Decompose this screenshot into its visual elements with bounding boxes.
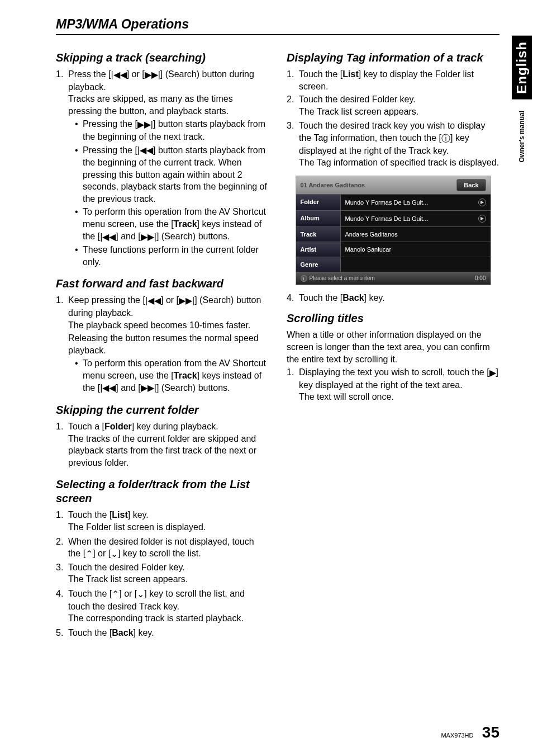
info-icon: ⓘ — [441, 133, 450, 145]
scroll-down-icon: ⌄ — [111, 548, 118, 560]
model-number: MAX973HD — [441, 732, 473, 739]
next-track-icon: ▶▶| — [179, 295, 194, 307]
scroll-right-icon[interactable]: ▶ — [478, 199, 486, 206]
text: The Folder list screen is displayed. — [68, 521, 269, 533]
side-tabs: English Owner's manual — [511, 36, 533, 173]
text: ] and [ — [116, 231, 140, 241]
heading-skip-folder: Skipping the current folder — [56, 403, 269, 417]
text: Keep pressing the [ — [68, 295, 145, 305]
text: The corresponding track is started playb… — [68, 612, 269, 625]
track-key: Track — [174, 371, 197, 380]
left-column: Skipping a track (searching) 1. Press th… — [56, 43, 269, 640]
heading-skipping-track: Skipping a track (searching) — [56, 51, 269, 65]
next-track-icon: ▶▶| — [145, 69, 160, 81]
step-number: 4. — [287, 292, 299, 304]
tag-ui-footer-text: Please select a menu item — [310, 275, 375, 281]
step-number: 3. — [56, 561, 68, 587]
text: Displaying the text you wish to scroll, … — [299, 367, 489, 377]
tag-ui-back-button[interactable]: Back — [456, 179, 486, 191]
text: Touch a [ — [68, 422, 104, 431]
track-key: Track — [174, 219, 197, 229]
scroll-up-icon: ⌃ — [112, 588, 119, 601]
text: ] key during playback. — [132, 422, 218, 431]
text: Touch the [ — [68, 589, 112, 598]
scroll-right-icon: ▶ — [489, 367, 496, 379]
text: The text will scroll once. — [299, 391, 499, 403]
tag-ui-title: 01 Andares Gaditanos — [301, 182, 365, 188]
prev-track-icon: |◀◀ — [100, 231, 116, 243]
step-body: Touch the [Back] key. — [68, 627, 269, 639]
text: Pressing the [ — [83, 119, 137, 129]
text: Touch the [ — [299, 293, 342, 303]
text: The tracks of the current folder are ski… — [68, 433, 269, 469]
text: The playback speed becomes 10-times fast… — [68, 319, 269, 332]
text: Press the [ — [68, 69, 111, 79]
text: Touch the desired Folder key. — [68, 563, 185, 572]
bullet-body: To perform this operation from the AV Sh… — [83, 206, 269, 243]
prev-track-icon: |◀◀ — [145, 295, 161, 307]
scroll-up-icon: ⌃ — [85, 548, 93, 560]
back-key: Back — [112, 628, 133, 637]
page-number: 35 — [482, 724, 499, 741]
tag-ui-label: Track — [296, 227, 341, 242]
text: Pressing the [ — [83, 145, 137, 155]
info-icon: i — [301, 275, 307, 282]
text: ] (Search) buttons. — [156, 383, 230, 393]
step-number: 1. — [287, 68, 299, 92]
step-number: 4. — [56, 588, 68, 626]
bullet-body: Pressing the [▶▶|] button starts playbac… — [83, 118, 269, 143]
step-body: Touch the [⌃] or [⌄] key to scroll the l… — [68, 588, 269, 626]
step-body: Press the [|◀◀] or [▶▶|] (Search) button… — [68, 68, 269, 269]
text: ] (Search) buttons. — [156, 231, 230, 241]
folder-key: Folder — [104, 422, 132, 431]
owners-manual-tab: Owner's manual — [516, 105, 528, 168]
step-body: Touch the [List] key to display the Fold… — [299, 68, 499, 92]
bullet-body: To perform this operation from the AV Sh… — [83, 357, 269, 394]
tag-ui-label: Folder — [296, 195, 341, 210]
step-number: 1. — [56, 509, 68, 534]
tag-info-screenshot: 01 Andares Gaditanos Back FolderMundo Y … — [296, 176, 491, 285]
text: Touch the desired Folder key. — [299, 94, 416, 104]
text: Touch the [ — [299, 69, 342, 79]
text: ] or [ — [119, 589, 137, 598]
text: Touch the [ — [68, 510, 112, 519]
tag-ui-value: Mundo Y Formas De La Guit...▶ — [341, 195, 491, 210]
list-key: List — [342, 69, 358, 79]
text: ] key to scroll the list. — [118, 549, 201, 558]
text: ] or [ — [93, 549, 111, 558]
step-number: 1. — [56, 420, 68, 470]
step-body: Displaying the text you wish to scroll, … — [299, 366, 499, 404]
text: ] or [ — [127, 69, 145, 79]
tag-ui-value: Manolo Sanlucar — [341, 242, 491, 257]
text: Tracks are skipped, as many as the times… — [68, 93, 269, 117]
step-body: Touch the [List] key. The Folder list sc… — [68, 509, 269, 534]
step-number: 3. — [287, 120, 299, 169]
text: The Track list screen appears. — [299, 106, 499, 118]
next-track-icon: ▶▶| — [141, 382, 156, 394]
tag-ui-value: Andares Gaditanos — [341, 227, 491, 242]
step-body: Touch the desired track key you wish to … — [299, 120, 499, 169]
bullet-dot: • — [75, 118, 83, 143]
tag-ui-value — [341, 257, 491, 272]
text: The Tag information of specified track i… — [299, 157, 499, 169]
bullet-dot: • — [75, 206, 83, 243]
heading-fast-forward: Fast forward and fast backward — [56, 277, 269, 291]
next-track-icon: ▶▶| — [141, 231, 156, 243]
scroll-right-icon[interactable]: ▶ — [478, 215, 486, 223]
step-number: 2. — [287, 93, 299, 119]
text: The Track list screen appears. — [68, 573, 269, 585]
prev-track-icon: |◀◀ — [111, 69, 126, 81]
tag-ui-label: Artist — [296, 242, 341, 257]
tag-ui-label: Genre — [296, 257, 341, 272]
step-body: Touch the [Back] key. — [299, 292, 499, 304]
section-title: MP3/WMA Operations — [56, 17, 499, 35]
language-tab: English — [512, 36, 532, 100]
heading-select-list: Selecting a folder/track from the List s… — [56, 478, 269, 505]
step-number: 1. — [56, 68, 68, 269]
list-key: List — [112, 510, 127, 519]
next-track-icon: ▶▶| — [137, 119, 153, 131]
step-number: 2. — [56, 536, 68, 560]
prev-track-icon: |◀◀ — [100, 382, 116, 394]
right-column: Displaying Tag information of a track 1.… — [287, 43, 499, 640]
text: When a title or other information displa… — [287, 329, 499, 365]
